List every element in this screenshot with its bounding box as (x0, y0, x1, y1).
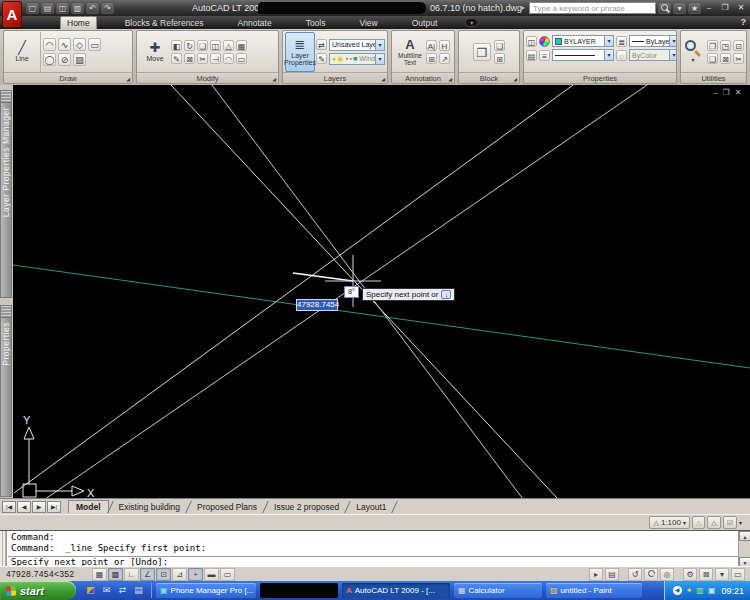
restore-icon[interactable]: ❐ (719, 2, 731, 14)
layer-combo[interactable]: ● ◉ ◑ ▪ ■ Windows ▾ (329, 53, 385, 65)
palette-grip[interactable] (1, 91, 11, 103)
chevron-down-icon[interactable]: ▾ (375, 40, 384, 50)
chevron-down-icon[interactable]: ▾ (604, 50, 613, 60)
fillet-icon[interactable]: ◠ (223, 53, 234, 64)
grid-toggle[interactable]: ▩ (108, 568, 123, 581)
cut-clip-icon[interactable]: ✂ (733, 53, 744, 64)
measure-icon[interactable]: ◳ (720, 40, 731, 51)
chevron-down-icon[interactable]: ▾ (669, 50, 677, 60)
annotation-settings-button[interactable]: ☑ (723, 516, 737, 529)
arc-icon[interactable]: ◠ (43, 38, 56, 51)
drawing-line-diag-2[interactable] (22, 85, 647, 498)
chamfer-icon[interactable]: ▭ (236, 53, 247, 64)
annotation-auto-button[interactable]: ⚙ (683, 568, 697, 581)
polar-toggle[interactable]: ∠ (140, 568, 155, 581)
chevron-down-icon[interactable]: ▾ (739, 519, 742, 526)
quick-launch-icon[interactable]: ✉ (100, 584, 113, 597)
drawing-line-cyan[interactable] (13, 265, 750, 368)
tab-home[interactable]: Home (60, 16, 97, 29)
lineweight-icon[interactable]: ≣ (616, 36, 627, 47)
model-space-button[interactable]: ▸ (589, 568, 603, 581)
text-style-icon[interactable]: A| (426, 40, 437, 51)
workspace-lock-button[interactable]: ⊠ (699, 568, 713, 581)
tab-model[interactable]: Model (68, 500, 109, 513)
zoom-button[interactable]: ▾ (683, 32, 703, 72)
taskbar-item-phone-manager[interactable]: ▣ Phone Manager Pro [... (156, 583, 256, 598)
search-icon[interactable] (658, 2, 671, 14)
tray-collapse-icon[interactable]: ◀ (673, 586, 682, 595)
steering-wheel-button[interactable]: ◎ (660, 568, 674, 581)
annotation-autoscale-button[interactable]: △ (707, 516, 720, 529)
clean-screen-button[interactable]: ▭ (731, 568, 745, 581)
quickcalc-icon[interactable]: ⊡ (733, 40, 744, 51)
transparency-icon[interactable]: ◌ (616, 50, 627, 61)
extend-icon[interactable]: ⊣ (210, 53, 221, 64)
trim-icon[interactable]: ✂ (197, 53, 208, 64)
taskbar-clock[interactable]: 09:21 (721, 586, 744, 596)
tab-output[interactable]: Output (406, 17, 444, 29)
tab-first-icon[interactable]: |◀ (2, 501, 16, 513)
taskbar-item-calculator[interactable]: ▦ Calculator (454, 583, 542, 598)
layer-properties-manager-palette[interactable]: Layer Properties Manager (0, 90, 12, 298)
quick-launch-icon[interactable]: ◩ (84, 584, 97, 597)
drawing-canvas[interactable]: Y X – ❐ ✕ 47928.7454 8° Specify next poi… (13, 85, 750, 498)
linetype-combo[interactable]: ▾ (552, 49, 614, 61)
taskbar-item-redacted[interactable] (260, 583, 338, 598)
open-file-icon[interactable]: ▤ (41, 2, 54, 14)
lineweight-combo[interactable]: ByLayer ▾ (629, 35, 677, 47)
palette-grip[interactable] (1, 306, 11, 318)
redo-icon[interactable]: ↷ (101, 2, 114, 14)
undo-icon[interactable]: ↶ (86, 2, 99, 14)
quick-launch-icon[interactable]: ⇄ (116, 584, 129, 597)
mdi-minimize-icon[interactable]: – (713, 88, 717, 97)
minimize-icon[interactable]: – (703, 2, 715, 14)
tab-prev-icon[interactable]: ◀ (17, 501, 31, 513)
move-button[interactable]: ✚ Move (139, 32, 171, 72)
zoom-status-button[interactable] (644, 568, 658, 581)
close-icon[interactable]: ✕ (735, 2, 747, 14)
create-block-icon[interactable]: ❏ (494, 40, 505, 51)
plot-icon[interactable]: ▥ (71, 2, 84, 14)
tab-next-icon[interactable]: ▶ (32, 501, 46, 513)
polyline-icon[interactable]: ∿ (58, 38, 71, 51)
copy-clip-icon[interactable]: ❏ (707, 53, 718, 64)
mdi-restore-icon[interactable]: ❐ (722, 88, 729, 97)
table-icon[interactable]: ⊞ (426, 53, 437, 64)
copy-icon[interactable]: ❏ (197, 40, 208, 51)
annotation-scale-button[interactable]: △ 1:100 ▾ (649, 516, 689, 529)
multiline-text-button[interactable]: A Multiline Text (394, 32, 426, 72)
panel-launcher-icon[interactable]: ◢ (381, 76, 385, 82)
save-icon[interactable]: ◫ (56, 2, 69, 14)
tab-last-icon[interactable]: ▶| (47, 501, 61, 513)
chevron-down-icon[interactable]: ▾ (669, 36, 677, 46)
tray-network-icon[interactable]: ▥ (696, 586, 704, 595)
command-drag-grip[interactable] (0, 531, 7, 567)
tab-tools[interactable]: Tools (300, 17, 332, 29)
search-input[interactable] (529, 2, 656, 14)
block-attributes-icon[interactable]: ⊞ (494, 53, 505, 64)
layer-properties-button[interactable]: ≣ Layer Properties (285, 32, 315, 72)
favorites-star-icon[interactable]: ★ (688, 2, 701, 14)
paste-icon[interactable]: ❐ (707, 40, 718, 51)
search-dropdown-icon[interactable]: ▾ (673, 2, 686, 14)
tab-layout1[interactable]: Layout1 (349, 501, 393, 513)
leader-icon[interactable]: ↗ (439, 53, 450, 64)
panel-launcher-icon[interactable]: ◢ (126, 76, 130, 82)
tab-annotate[interactable]: Annotate (232, 17, 278, 29)
stretch-icon[interactable]: ◧ (171, 40, 182, 51)
command-scrollbar[interactable]: ▲ ▼ (738, 531, 750, 567)
match-properties-icon[interactable]: ◫ (526, 36, 537, 47)
autocad-logo-icon[interactable]: A (2, 1, 22, 28)
panel-launcher-icon[interactable]: ◢ (448, 76, 452, 82)
annotation-visibility-button[interactable]: △ (692, 516, 705, 529)
erase-icon[interactable]: ✎ (171, 53, 182, 64)
tab-proposed-plans[interactable]: Proposed Plans (190, 501, 264, 513)
tab-view[interactable]: View (353, 17, 383, 29)
ribbon-minimize-icon[interactable]: ▾ (465, 18, 478, 27)
plot-style-combo[interactable]: ByColor ▾ (629, 49, 677, 61)
layer-state-combo[interactable]: Unsaved Layer : ▾ (329, 39, 385, 51)
color-wheel-icon[interactable] (539, 36, 550, 47)
tab-blocks-references[interactable]: Blocks & References (119, 17, 210, 29)
quick-launch-icon[interactable]: ▤ (132, 584, 145, 597)
layer-state-icon[interactable]: ⇄ (316, 39, 327, 50)
